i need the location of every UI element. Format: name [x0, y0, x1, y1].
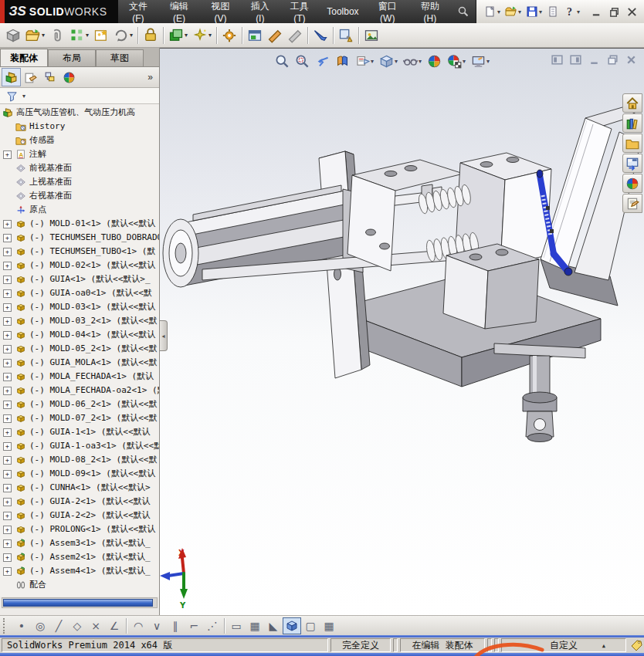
close-window-icon[interactable]: [626, 6, 638, 18]
tab-草图[interactable]: 草图: [96, 49, 144, 66]
tree-item[interactable]: +(-) MOLD-02<1> (默认<<默认: [0, 259, 159, 272]
expand-icon[interactable]: +: [3, 373, 12, 381]
expand-icon[interactable]: +: [3, 428, 12, 437]
expand-icon[interactable]: +: [3, 442, 12, 451]
document-properties-icon[interactable]: [545, 4, 561, 19]
tree-item[interactable]: 配合: [0, 578, 159, 592]
tree-item[interactable]: +(-) CUNHA<1> (默认<<默认>: [0, 481, 159, 495]
tree-item[interactable]: +(-) MOLD-03_2<1> (默认<<默: [0, 314, 159, 328]
menu-工具(T)[interactable]: 工具(T): [279, 0, 320, 23]
smart-fasteners-icon[interactable]: [91, 25, 111, 46]
instant3d-icon[interactable]: [361, 25, 381, 46]
more-tabs-chevron[interactable]: »: [143, 71, 158, 83]
tree-item[interactable]: 高压气动压管机、气动压力机高: [0, 106, 159, 120]
dropdown-arrow[interactable]: ▾: [518, 8, 521, 15]
appearance-manager-icon[interactable]: [59, 68, 79, 86]
close-document-icon[interactable]: [625, 53, 638, 66]
menu-帮助(H)[interactable]: 帮助(H): [409, 0, 451, 23]
tree-item[interactable]: +A注解: [0, 147, 159, 161]
display-style-icon[interactable]: ▾: [377, 52, 400, 70]
perpendicular-relation-icon[interactable]: ⌐: [185, 617, 203, 634]
mirror-entities-icon[interactable]: ∨: [147, 617, 166, 634]
circle-icon[interactable]: ◎: [31, 617, 49, 634]
dropdown-arrow[interactable]: ▾: [185, 32, 188, 39]
mate-icon[interactable]: [47, 25, 67, 46]
menu-视图(V)[interactable]: 视图(V): [200, 0, 241, 23]
hide-show-items-icon[interactable]: ▾: [401, 52, 424, 70]
tree-horizontal-scrollbar[interactable]: [2, 597, 158, 608]
menu-窗口(W)[interactable]: 窗口(W): [366, 0, 409, 23]
property-manager-icon[interactable]: [21, 68, 40, 86]
linear-component-pattern-icon[interactable]: ▾: [67, 25, 91, 46]
solidworks-resources-icon[interactable]: [622, 93, 642, 113]
save-icon[interactable]: ▾: [524, 4, 544, 19]
expand-icon[interactable]: +: [3, 234, 12, 242]
expand-icon[interactable]: +: [3, 526, 12, 534]
tab-布局[interactable]: 布局: [48, 49, 96, 66]
search-icon[interactable]: [451, 0, 476, 23]
construction-points-icon[interactable]: ⋰: [203, 617, 222, 634]
configuration-manager-icon[interactable]: [40, 68, 59, 86]
view-orientation-icon[interactable]: ▾: [353, 52, 376, 70]
panel-collapse-handle[interactable]: ◂: [160, 320, 168, 351]
expand-icon[interactable]: +: [3, 553, 12, 562]
expand-icon[interactable]: +: [3, 401, 12, 409]
expand-icon[interactable]: +: [3, 289, 12, 298]
point-icon[interactable]: •: [12, 617, 31, 634]
menu-编辑(E)[interactable]: 编辑(E): [158, 0, 199, 23]
expand-icon[interactable]: +: [3, 248, 12, 256]
parallel-relation-icon[interactable]: ∥: [166, 617, 185, 634]
tree-item[interactable]: 上视基准面: [0, 175, 159, 189]
tree-item[interactable]: 前视基准面: [0, 161, 159, 175]
single-viewport-icon[interactable]: ▢: [301, 617, 320, 634]
expand-icon[interactable]: +: [3, 150, 12, 159]
toolbar-grabber[interactable]: [3, 618, 9, 634]
dropdown-arrow[interactable]: ▾: [86, 32, 89, 39]
tree-item[interactable]: +(-) PROLONG<1> (默认<<默认: [0, 522, 159, 536]
tree-item[interactable]: +(-) TECHUMSEH_TUBO_DOBRADO: [0, 231, 159, 245]
open-document-icon[interactable]: ▾: [23, 25, 47, 46]
assembly-features-icon[interactable]: ▾: [190, 25, 214, 46]
zoom-to-area-icon[interactable]: [293, 52, 312, 70]
apply-scene-icon[interactable]: ▾: [445, 52, 468, 70]
dropdown-arrow[interactable]: ▾: [539, 8, 542, 15]
dropdown-arrow[interactable]: ▾: [42, 32, 45, 39]
tree-item[interactable]: +(-) MOLA_FECHADA-oa2<1> (默: [0, 384, 159, 397]
shaded-with-edges-icon[interactable]: [283, 617, 301, 634]
graphics-area[interactable]: X Z Y ▾▾▾▾▾: [160, 48, 644, 616]
explode-line-sketch-icon[interactable]: [285, 25, 305, 46]
tree-item[interactable]: +(-) GUIA<1> (默认<<默认>_: [0, 272, 159, 286]
expand-icon[interactable]: +: [3, 276, 12, 284]
dropdown-arrow[interactable]: ▾: [497, 8, 500, 15]
line-icon[interactable]: ╱: [49, 617, 68, 634]
expand-icon[interactable]: +: [3, 359, 12, 367]
tree-item[interactable]: +(-) GUIA-1<1> (默认<<默认: [0, 425, 159, 439]
tree-item[interactable]: +(-) MOLD-03<1> (默认<<默认: [0, 300, 159, 314]
show-feature-panel-icon[interactable]: [551, 53, 564, 66]
rapid-sketch-icon[interactable]: ▭: [227, 617, 246, 634]
restore-window-icon[interactable]: [608, 6, 620, 18]
expand-icon[interactable]: +: [3, 484, 12, 492]
help-icon[interactable]: ?▾: [562, 4, 581, 19]
file-explorer-icon[interactable]: [622, 134, 642, 153]
edit-appearance-icon[interactable]: [425, 52, 444, 70]
section-view-icon[interactable]: [333, 52, 352, 70]
tree-item[interactable]: +(-) MOLD-06_2<1> (默认<<默: [0, 397, 159, 411]
zoom-to-fit-icon[interactable]: [273, 52, 292, 70]
expand-icon[interactable]: +: [3, 512, 12, 520]
design-library-icon[interactable]: [622, 113, 642, 133]
expand-icon[interactable]: +: [3, 220, 12, 228]
tab-装配体[interactable]: 装配体: [0, 49, 48, 66]
dropdown-arrow[interactable]: ▾: [463, 58, 466, 65]
exploded-view-icon[interactable]: [265, 25, 285, 46]
menu-Toolbox[interactable]: Toolbox: [320, 0, 365, 23]
dropdown-arrow[interactable]: ▾: [577, 8, 580, 15]
dropdown-arrow[interactable]: ▾: [419, 58, 422, 65]
tree-item[interactable]: +(-) MOLD-04<1> (默认<<默认: [0, 328, 159, 342]
menu-插入(I)[interactable]: 插入(I): [241, 0, 279, 23]
custom-properties-icon[interactable]: [622, 194, 642, 213]
minimize-document-icon[interactable]: [588, 53, 601, 66]
four-viewports-icon[interactable]: ▦: [320, 617, 338, 634]
insert-components-icon[interactable]: [3, 25, 23, 46]
scrollbar-thumb[interactable]: [3, 599, 153, 607]
